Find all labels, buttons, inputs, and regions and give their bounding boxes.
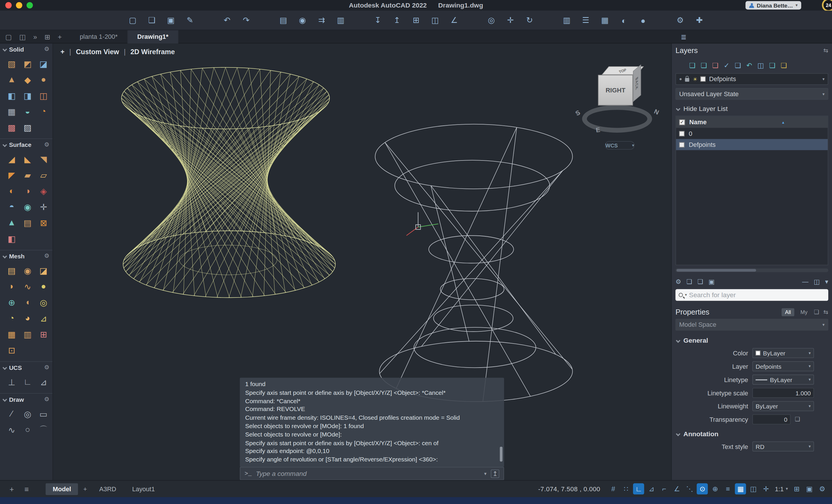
- gear-icon[interactable]: ⚙: [44, 396, 49, 403]
- tool-icon[interactable]: ◣: [21, 152, 34, 166]
- gear-icon[interactable]: ⚙: [44, 364, 49, 371]
- transparency-picker-icon[interactable]: ❏: [795, 416, 800, 423]
- viewcube[interactable]: TOP RIGHT BACK SEN: [580, 64, 660, 152]
- tool-icon[interactable]: ◔: [36, 104, 50, 119]
- tool-icon[interactable]: ⊿: [36, 311, 50, 325]
- materials-icon[interactable]: ●: [637, 14, 649, 27]
- layer-row[interactable]: Defpoints: [676, 139, 828, 150]
- tool-icon[interactable]: ●: [36, 279, 50, 294]
- clock-badge[interactable]: 24: [822, 0, 832, 11]
- orbit-icon[interactable]: ↻: [523, 14, 536, 27]
- filter-my-button[interactable]: My: [798, 308, 810, 316]
- sheet-set-manager-icon[interactable]: ▦: [599, 14, 611, 27]
- new-drawing-icon[interactable]: +: [58, 33, 62, 41]
- render-icon[interactable]: ◐: [618, 14, 630, 27]
- ortho-mode-icon[interactable]: ⌐: [659, 483, 670, 495]
- tool-icon[interactable]: ◉: [21, 263, 34, 278]
- batch-plot-icon[interactable]: ▥: [334, 14, 347, 27]
- layer-row[interactable]: 0: [676, 128, 828, 139]
- set-current-layer-icon[interactable]: ✓: [724, 61, 729, 69]
- property-value-field[interactable]: ByLayer▾: [752, 374, 814, 384]
- scrollbar-thumb[interactable]: [500, 447, 502, 461]
- chevron-down-icon[interactable]: ▾: [825, 278, 828, 286]
- file-tab[interactable]: Drawing1*: [128, 30, 178, 43]
- save-layer-state-icon[interactable]: ▣: [709, 278, 715, 286]
- property-value-field[interactable]: ByLayer▾: [752, 401, 814, 411]
- workspace-icon[interactable]: ⚙: [674, 14, 686, 27]
- snap-mode-icon[interactable]: ∷: [621, 483, 631, 495]
- annotation-scale-control[interactable]: 1:1 ▾: [775, 485, 788, 493]
- tool-icon[interactable]: ◆: [21, 72, 34, 87]
- tool-icon[interactable]: ◧: [5, 232, 19, 246]
- new-layer-icon[interactable]: ❏: [689, 61, 695, 69]
- auto-hide-icon[interactable]: ⇆: [823, 47, 828, 54]
- layout-tab-model[interactable]: Model: [46, 483, 78, 495]
- add-icon[interactable]: +: [9, 485, 14, 493]
- annotation-monitor-icon[interactable]: ⊞: [791, 483, 802, 495]
- tool-icon[interactable]: ▦: [5, 104, 19, 119]
- layer-color-swatch[interactable]: [679, 131, 684, 136]
- scrollbar-thumb[interactable]: [676, 269, 756, 272]
- gear-icon[interactable]: ⚙: [44, 141, 49, 148]
- lineweight-display-icon[interactable]: ≡: [722, 483, 733, 495]
- property-value-field[interactable]: 0: [752, 414, 790, 424]
- tool-icon[interactable]: ▩: [5, 120, 19, 135]
- minimize-icon[interactable]: —: [802, 278, 809, 286]
- menu-icon[interactable]: ≡: [25, 485, 29, 493]
- tool-icon[interactable]: ⊡: [5, 343, 19, 357]
- tool-icon[interactable]: ◒: [21, 104, 34, 119]
- attach-reference-icon[interactable]: ⊞: [410, 14, 422, 27]
- tool-icon[interactable]: ▧: [5, 56, 19, 71]
- object-snap-tracking-icon[interactable]: ⊕: [709, 483, 721, 495]
- sort-arrow-icon[interactable]: ▴: [782, 120, 784, 124]
- tool-icon[interactable]: ▰: [21, 168, 34, 183]
- compass-letter[interactable]: N: [653, 108, 660, 116]
- tool-icon[interactable]: ▥: [21, 327, 34, 342]
- undo-icon[interactable]: ↶: [221, 14, 233, 27]
- selection-cycling-icon[interactable]: ◫: [748, 483, 759, 495]
- pan-icon[interactable]: ✛: [504, 14, 517, 27]
- isodraft-icon[interactable]: ⋱: [684, 483, 695, 495]
- tool-icon[interactable]: ✛: [36, 200, 50, 214]
- add-tool-icon[interactable]: ✚: [693, 14, 706, 27]
- plot-icon[interactable]: ▤: [277, 14, 290, 27]
- layer-list-header[interactable]: ✓ Name ▴: [676, 116, 828, 128]
- block-editor-icon[interactable]: ◫: [429, 14, 441, 27]
- current-layer-dropdown[interactable]: ● ☀ Defpoints ▾: [676, 73, 829, 85]
- tool-icon[interactable]: ⊥: [5, 374, 19, 389]
- save-as-icon[interactable]: ✎: [184, 14, 197, 27]
- tool-icon[interactable]: ◫: [36, 88, 50, 103]
- command-input[interactable]: >_ Type a command ▾ ↥: [240, 467, 504, 480]
- tool-icon[interactable]: ∿: [5, 422, 19, 437]
- publish-icon[interactable]: ⇉: [315, 14, 328, 27]
- tool-icon[interactable]: ◥: [36, 152, 50, 166]
- section-annotation[interactable]: Annotation: [676, 428, 829, 440]
- start-tab-grid-icon[interactable]: ⊞: [45, 33, 50, 41]
- command-placeholder[interactable]: Type a command: [256, 470, 480, 477]
- tool-icon[interactable]: ▲: [5, 215, 19, 230]
- horizontal-scrollbar[interactable]: [676, 268, 829, 272]
- delete-layer-icon[interactable]: ❏: [712, 61, 719, 69]
- customize-icon[interactable]: ↥: [491, 469, 499, 478]
- tool-icon[interactable]: ▦: [5, 327, 19, 342]
- visual-style-control[interactable]: 2D Wireframe: [130, 48, 175, 56]
- view-control[interactable]: Custom View: [76, 48, 119, 56]
- named-views-icon[interactable]: ◫: [19, 33, 26, 41]
- tool-icon[interactable]: ◎: [21, 406, 34, 421]
- gear-icon[interactable]: ⚙: [44, 253, 49, 260]
- hide-layer-list-toggle[interactable]: Hide Layer List: [676, 103, 829, 114]
- columns-icon[interactable]: ◫: [814, 278, 820, 286]
- tool-icon[interactable]: ◢: [5, 152, 19, 166]
- tool-icon[interactable]: ⊿: [36, 374, 50, 389]
- properties-palette-icon[interactable]: ☰: [579, 14, 592, 27]
- measure-icon[interactable]: ∠: [448, 14, 461, 27]
- chevron-down-icon[interactable]: ▾: [809, 351, 811, 355]
- model-viewport[interactable]: + | Custom View | 2D Wireframe TOP RIGHT…: [53, 44, 671, 480]
- palette-section-header[interactable]: UCS⚙: [0, 361, 52, 373]
- layer-previous-icon[interactable]: ↶: [746, 61, 752, 69]
- tool-icon[interactable]: ⊕: [5, 295, 19, 310]
- chevron-down-icon[interactable]: ▾: [809, 377, 811, 382]
- dynamic-input-icon[interactable]: ⊿: [646, 483, 657, 495]
- layer-search[interactable]: ▾: [676, 289, 829, 301]
- export-icon[interactable]: ↥: [391, 14, 403, 27]
